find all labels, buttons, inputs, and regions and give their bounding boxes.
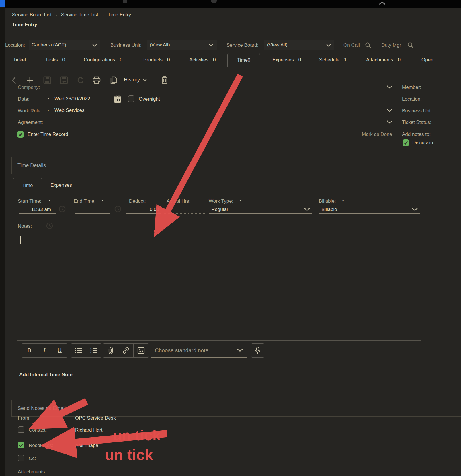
tab-ticket[interactable]: Ticket — [13, 57, 31, 63]
from-value: OPC Service Desk — [75, 415, 116, 421]
business-unit-label: Business Unit: — [110, 42, 142, 48]
history-dropdown[interactable]: History — [124, 77, 147, 83]
work-type-select[interactable]: Regular — [211, 207, 228, 212]
deduct-label: Deduct: — [129, 198, 146, 204]
work-role-value[interactable]: Web Services — [54, 108, 85, 113]
italic-button[interactable]: I — [37, 344, 52, 357]
end-time-label: End Time: — [74, 198, 96, 204]
annotation-untick-1: un tick — [113, 427, 161, 444]
copy-icon[interactable] — [109, 76, 118, 85]
image-icon[interactable] — [133, 344, 149, 357]
date-value[interactable]: Wed 26/10/2022 — [54, 96, 90, 102]
actual-hrs-label: Actual Hrs: — [167, 198, 190, 204]
business-unit-dropdown[interactable]: (View All) — [147, 40, 217, 50]
add-internal-time-note-link[interactable]: Add Internal Time Note — [19, 372, 73, 378]
rp-business-unit-label: Business Unit: — [402, 108, 433, 114]
duty-mgr-link[interactable]: Duty Mgr — [381, 42, 401, 48]
tab-expenses[interactable]: Expenses0 — [272, 57, 301, 63]
contact-value: Richard Hart — [75, 427, 102, 433]
save-close-icon[interactable] — [60, 76, 68, 85]
numbered-list-icon[interactable]: 123 — [86, 344, 101, 357]
chevron-up-icon[interactable] — [378, 1, 386, 5]
tab-tasks[interactable]: Tasks0 — [45, 57, 65, 63]
service-board-label: Service Board: — [226, 42, 259, 48]
cc-checkbox[interactable] — [18, 455, 24, 461]
history-label: History — [124, 77, 140, 83]
search-icon[interactable] — [407, 42, 414, 49]
clock-icon[interactable] — [114, 205, 122, 213]
work-role-underline — [52, 115, 394, 115]
standard-note-dropdown[interactable]: Choose standard note... — [151, 343, 247, 358]
actual-hrs-underline — [164, 213, 206, 214]
tab-attachments[interactable]: Attachments0 — [366, 57, 401, 63]
tab-time-active[interactable]: Time0 — [227, 53, 260, 67]
required-marker: * — [240, 199, 241, 204]
link-icon[interactable] — [118, 344, 133, 357]
notes-textarea[interactable] — [17, 233, 421, 341]
start-time-input[interactable]: 11:33 am — [19, 207, 51, 212]
required-marker: * — [342, 199, 344, 204]
annotation-untick-2: un tick — [105, 446, 153, 463]
chevron-down-icon[interactable] — [304, 208, 310, 211]
overnight-label: Overnight — [139, 96, 160, 102]
cc-field-underline[interactable] — [74, 466, 430, 466]
standard-note-placeholder: Choose standard note... — [155, 347, 213, 354]
tab-open[interactable]: Open — [421, 57, 438, 63]
chevron-down-icon — [326, 43, 331, 47]
time-details-tab-expenses[interactable]: Expenses — [50, 182, 72, 188]
enter-time-record-checkbox[interactable] — [17, 131, 24, 138]
search-icon[interactable] — [365, 42, 372, 49]
location-dropdown[interactable]: Canberra (ACT) — [29, 40, 100, 50]
back-icon[interactable] — [11, 76, 17, 85]
page-title: Time Entry — [12, 22, 37, 28]
billable-label: Billable: — [319, 198, 336, 204]
breadcrumb-time-entry[interactable]: Time Entry — [108, 12, 131, 18]
format-group: B I U — [22, 343, 67, 358]
overnight-checkbox[interactable] — [128, 95, 134, 102]
svg-text:1: 1 — [90, 348, 91, 350]
bold-button[interactable]: B — [22, 344, 37, 357]
add-notes-to-label: Add notes to: — [402, 132, 431, 137]
on-call-link[interactable]: On Call — [343, 42, 360, 48]
chevron-down-icon[interactable] — [386, 120, 393, 124]
breadcrumb-service-board-list[interactable]: Service Board List — [12, 12, 52, 18]
clock-icon[interactable] — [58, 205, 66, 213]
deduct-input[interactable]: 0.00 — [126, 207, 159, 212]
mark-as-done-label[interactable]: Mark as Done — [362, 132, 392, 137]
clock-icon[interactable] — [46, 222, 53, 229]
add-icon[interactable] — [26, 76, 34, 84]
breadcrumb-service-time-list[interactable]: Service Time List — [61, 12, 98, 18]
rp-location-label: Location: — [402, 96, 422, 102]
bullet-list-icon[interactable] — [71, 344, 86, 357]
chevron-down-icon[interactable] — [386, 85, 393, 89]
microphone-button[interactable] — [251, 343, 264, 358]
calendar-icon[interactable] — [114, 95, 122, 104]
service-board-value: (View All) — [267, 42, 288, 48]
agreement-underline[interactable] — [82, 127, 394, 127]
contact-checkbox[interactable] — [18, 426, 24, 433]
left-edge-strip — [0, 7, 5, 476]
billable-select[interactable]: Billable — [321, 207, 337, 212]
top-bar — [0, 0, 461, 8]
company-field[interactable] — [53, 91, 394, 91]
time-details-tab-time[interactable]: Time — [13, 178, 42, 193]
chevron-down-icon[interactable] — [412, 208, 418, 211]
tab-configurations[interactable]: Configurations0 — [84, 57, 122, 63]
tab-activities[interactable]: Activities0 — [189, 57, 216, 63]
save-icon[interactable] — [43, 76, 52, 85]
print-icon[interactable] — [92, 76, 101, 85]
refresh-icon[interactable] — [76, 76, 85, 85]
discussion-checkbox[interactable] — [403, 139, 409, 146]
tab-products[interactable]: Products0 — [143, 57, 170, 63]
from-label: From: — [18, 415, 30, 421]
attachment-icon[interactable] — [103, 344, 118, 357]
enter-time-record-label: Enter Time Record — [28, 132, 68, 137]
service-board-dropdown[interactable]: (View All) — [264, 40, 334, 50]
ticket-status-label: Ticket Status: — [402, 120, 431, 125]
chevron-down-icon[interactable] — [386, 108, 393, 112]
breadcrumb-separator: › — [102, 13, 103, 17]
resources-checkbox[interactable] — [18, 442, 24, 448]
tab-schedule[interactable]: Schedule1 — [319, 57, 347, 63]
underline-button[interactable]: U — [52, 344, 67, 357]
delete-icon[interactable] — [161, 76, 169, 85]
